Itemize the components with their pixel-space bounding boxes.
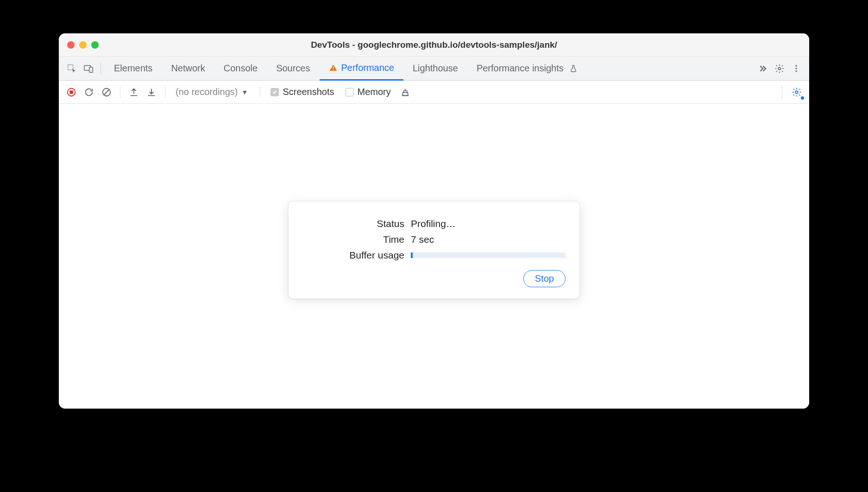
time-value: 7 sec xyxy=(411,234,566,245)
tab-elements[interactable]: Elements xyxy=(105,57,162,81)
minimize-window-button[interactable] xyxy=(79,41,87,49)
performance-toolbar: (no recordings) ▼ Screenshots Memory xyxy=(59,81,809,104)
tab-label: Console xyxy=(224,63,258,74)
memory-checkbox[interactable]: Memory xyxy=(342,87,395,97)
checkbox-icon xyxy=(346,88,354,96)
checkbox-label: Screenshots xyxy=(283,87,334,97)
divider xyxy=(782,86,782,99)
svg-point-8 xyxy=(795,70,797,72)
screenshots-checkbox[interactable]: Screenshots xyxy=(267,87,338,97)
time-row: Time 7 sec xyxy=(302,234,566,245)
svg-rect-10 xyxy=(69,90,73,94)
time-label: Time xyxy=(302,234,404,245)
checkbox-icon xyxy=(270,88,279,96)
tab-label: Lighthouse xyxy=(413,63,458,74)
tab-performance-insights[interactable]: Performance insights xyxy=(467,57,587,81)
caret-down-icon: ▼ xyxy=(242,88,248,96)
window-title: DevTools - googlechrome.github.io/devtoo… xyxy=(59,40,809,50)
devtools-tabbar: Elements Network Console Sources Perform… xyxy=(59,57,809,81)
download-profile-button[interactable] xyxy=(145,85,158,99)
divider xyxy=(101,63,101,75)
svg-point-5 xyxy=(778,67,781,70)
close-window-button[interactable] xyxy=(67,41,75,49)
buffer-usage-label: Buffer usage xyxy=(302,250,404,261)
upload-profile-button[interactable] xyxy=(127,85,141,99)
status-row: Status Profiling… xyxy=(302,218,566,229)
svg-line-12 xyxy=(104,89,109,95)
profiling-dialog: Status Profiling… Time 7 sec Buffer usag… xyxy=(288,201,580,299)
settings-icon[interactable] xyxy=(773,62,786,75)
reload-button[interactable] xyxy=(82,85,96,99)
divider xyxy=(260,87,260,98)
svg-rect-4 xyxy=(333,69,333,70)
tab-sources[interactable]: Sources xyxy=(267,57,319,81)
svg-point-14 xyxy=(795,91,798,94)
tab-label: Elements xyxy=(114,63,152,74)
buffer-usage-fill xyxy=(411,252,413,258)
tab-label: Performance insights xyxy=(477,63,564,74)
record-stop-button[interactable] xyxy=(64,85,78,99)
status-label: Status xyxy=(302,218,404,229)
clear-button[interactable] xyxy=(100,85,113,99)
devtools-window: DevTools - googlechrome.github.io/devtoo… xyxy=(59,33,809,409)
maximize-window-button[interactable] xyxy=(91,41,99,49)
tab-network[interactable]: Network xyxy=(162,57,214,81)
buffer-usage-progress xyxy=(411,252,566,258)
collect-garbage-button[interactable] xyxy=(398,85,412,99)
more-tabs-icon[interactable] xyxy=(756,62,769,75)
flask-icon xyxy=(569,64,578,73)
tab-console[interactable]: Console xyxy=(214,57,267,81)
more-menu-icon[interactable] xyxy=(790,62,803,75)
tab-label: Sources xyxy=(276,63,310,74)
divider xyxy=(165,87,165,98)
svg-point-7 xyxy=(795,68,797,69)
recordings-label: (no recordings) xyxy=(176,87,238,97)
performance-panel-content: Status Profiling… Time 7 sec Buffer usag… xyxy=(59,104,809,409)
warning-icon xyxy=(329,63,338,72)
status-value: Profiling… xyxy=(411,218,566,229)
tab-lighthouse[interactable]: Lighthouse xyxy=(403,57,467,81)
traffic-lights xyxy=(59,41,99,49)
divider xyxy=(120,87,120,98)
tab-performance[interactable]: Performance xyxy=(320,57,404,81)
dialog-actions: Stop xyxy=(302,270,566,287)
capture-settings-button[interactable] xyxy=(790,85,804,99)
tab-label: Network xyxy=(171,63,205,74)
inspect-element-icon[interactable] xyxy=(65,62,78,75)
svg-rect-13 xyxy=(403,92,408,95)
stop-button[interactable]: Stop xyxy=(523,270,566,287)
device-toolbar-icon[interactable] xyxy=(82,62,95,75)
svg-rect-2 xyxy=(89,67,93,72)
titlebar: DevTools - googlechrome.github.io/devtoo… xyxy=(59,33,809,57)
svg-point-6 xyxy=(795,65,797,66)
buffer-usage-row: Buffer usage xyxy=(302,250,566,261)
tab-label: Performance xyxy=(341,63,395,73)
checkbox-label: Memory xyxy=(358,87,391,97)
recordings-select[interactable]: (no recordings) ▼ xyxy=(172,87,253,97)
svg-rect-3 xyxy=(333,67,333,69)
